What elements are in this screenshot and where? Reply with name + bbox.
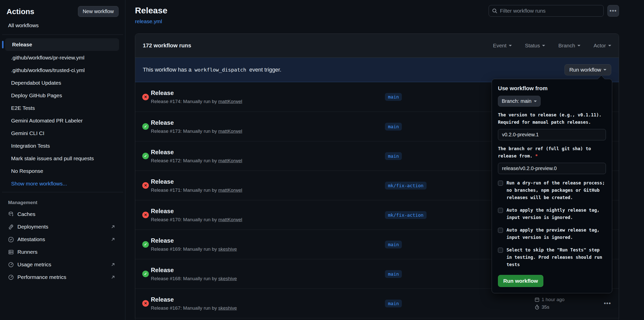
actor-link[interactable]: skeshive <box>218 246 237 252</box>
filter-actor[interactable]: Actor <box>594 43 611 49</box>
branch-select-button[interactable]: Branch: main <box>498 96 541 107</box>
ref-input[interactable] <box>498 163 606 174</box>
dialog-checkbox-row[interactable]: Auto apply the nightly release tag, inpu… <box>498 207 606 221</box>
sidebar-title: Actions <box>7 7 34 16</box>
sidebar-item-workflow[interactable]: E2E Tests <box>3 102 122 114</box>
actions-page: Actions New workflow All workflows Relea… <box>0 0 644 320</box>
workflow-options-kebab-button[interactable]: ••• <box>607 5 619 17</box>
branch-badge[interactable]: mk/fix-action <box>385 211 427 219</box>
page-header: Release release.yml ••• <box>135 0 619 34</box>
dialog-checkbox-row[interactable]: Select to skip the "Run Tests" step in t… <box>498 246 606 268</box>
run-title-link[interactable]: Release <box>151 237 237 244</box>
search-icon <box>492 8 497 14</box>
actor-link[interactable]: mattKorwel <box>218 99 242 104</box>
chevron-down-icon <box>577 45 580 48</box>
branch-badge[interactable]: main <box>385 152 402 160</box>
run-title-link[interactable]: Release <box>151 119 242 126</box>
run-title-link[interactable]: Release <box>151 149 242 156</box>
sidebar-item-workflow[interactable]: .github/workflows/pr-review.yml <box>3 51 122 64</box>
chevron-down-icon <box>534 101 537 104</box>
success-status-icon: ✓ <box>142 241 149 248</box>
success-status-icon: ✓ <box>142 271 149 277</box>
success-status-icon: ✓ <box>142 123 149 130</box>
run-description: Release #172: Manually run by mattKorwel <box>151 158 242 164</box>
sidebar-item-usage-metrics[interactable]: Usage metrics <box>0 258 125 271</box>
management-item-label: Deployments <box>17 224 107 230</box>
run-description: Release #173: Manually run by mattKorwel <box>151 129 242 134</box>
sidebar-item-caches[interactable]: Caches <box>0 208 125 220</box>
branch-badge[interactable]: main <box>385 93 402 101</box>
sidebar-item-workflow[interactable]: Gemini CLI CI <box>3 127 122 140</box>
run-options-kebab-button[interactable]: ••• <box>604 300 611 307</box>
checkbox-label: Auto apply the preview release tag, inpu… <box>507 227 606 241</box>
management-item-label: Runners <box>17 249 119 255</box>
management-section-title: Management <box>0 193 125 208</box>
version-input[interactable] <box>498 129 606 140</box>
sidebar-item-workflow[interactable]: Show more workflows... <box>3 177 122 190</box>
actor-link[interactable]: skeshive <box>218 305 237 311</box>
workflow-file-link[interactable]: release.yml <box>135 18 162 24</box>
management-item-label: Usage metrics <box>17 262 107 268</box>
sidebar-item-workflow[interactable]: .github/workflows/trusted-ci.yml <box>3 64 122 77</box>
run-workflow-dropdown-button[interactable]: Run workflow <box>565 64 611 75</box>
filter-event[interactable]: Event <box>493 43 512 49</box>
branch-badge[interactable]: main <box>385 300 402 307</box>
branch-badge[interactable]: main <box>385 123 402 131</box>
actor-link[interactable]: skeshive <box>218 276 237 281</box>
meter-icon <box>8 262 14 268</box>
filter-branch[interactable]: Branch <box>558 43 580 49</box>
cache-icon <box>8 211 14 217</box>
sidebar-item-deployments[interactable]: Deployments <box>0 220 125 233</box>
external-link-icon <box>110 275 116 280</box>
dialog-checkbox[interactable] <box>498 181 503 186</box>
run-title-link[interactable]: Release <box>151 208 242 215</box>
sidebar-item-workflow[interactable]: Dependabot Updates <box>3 77 122 89</box>
sidebar-item-workflow[interactable]: No Response <box>3 165 122 177</box>
filter-workflow-runs-input[interactable] <box>500 8 600 14</box>
rocket-icon <box>8 224 14 230</box>
new-workflow-button[interactable]: New workflow <box>78 6 119 17</box>
checkbox-label: Select to skip the "Run Tests" step in t… <box>507 246 606 268</box>
branch-badge[interactable]: mk/fix-action <box>385 182 427 189</box>
branch-badge[interactable]: main <box>385 241 402 248</box>
selected-accent-bar <box>2 41 4 48</box>
run-title-link[interactable]: Release <box>151 178 242 185</box>
dialog-checkbox[interactable] <box>498 248 503 253</box>
filter-status[interactable]: Status <box>525 43 545 49</box>
sidebar-item-workflow[interactable]: Integration Tests <box>3 140 122 152</box>
run-title-link[interactable]: Release <box>151 267 237 274</box>
partial-run-row <box>135 318 619 320</box>
dialog-checkbox[interactable] <box>498 228 503 233</box>
management-list: CachesDeploymentsAttestationsRunnersUsag… <box>0 208 125 283</box>
sidebar-item-workflow[interactable]: Gemini Automated PR Labeler <box>3 114 122 127</box>
actor-link[interactable]: mattKorwel <box>218 129 242 134</box>
workflow-list: Release.github/workflows/pr-review.yml.g… <box>0 36 125 191</box>
sidebar-item-workflow[interactable]: Release <box>5 38 119 51</box>
actor-link[interactable]: mattKorwel <box>218 187 242 193</box>
actor-link[interactable]: mattKorwel <box>218 217 242 222</box>
actor-link[interactable]: mattKorwel <box>218 158 242 163</box>
run-title-link[interactable]: Release <box>151 296 237 303</box>
dialog-checkbox[interactable] <box>498 208 503 213</box>
ref-input-description: The branch or ref (full git sha) to rele… <box>498 145 606 160</box>
dispatch-banner-text: This workflow has a workflow_dispatch ev… <box>143 67 281 73</box>
dialog-checkbox-row[interactable]: Run a dry-run of the release process; no… <box>498 179 606 201</box>
run-description: Release #167: Manually run by skeshive <box>151 305 237 311</box>
sidebar-item-attestations[interactable]: Attestations <box>0 233 125 246</box>
sidebar-item-all-workflows[interactable]: All workflows <box>0 17 125 34</box>
sidebar-item-performance-metrics[interactable]: Performance metrics <box>0 271 125 283</box>
chevron-down-icon <box>608 45 611 48</box>
dialog-checkbox-row[interactable]: Auto apply the preview release tag, inpu… <box>498 227 606 241</box>
sidebar-item-workflow[interactable]: Deploy GitHub Pages <box>3 89 122 102</box>
external-link-icon <box>110 262 116 267</box>
server-icon <box>8 249 14 255</box>
run-title-link[interactable]: Release <box>151 89 242 97</box>
run-workflow-submit-button[interactable]: Run workflow <box>498 275 543 287</box>
sidebar-item-runners[interactable]: Runners <box>0 246 125 258</box>
sidebar-item-workflow[interactable]: Mark stale issues and pull requests <box>3 152 122 165</box>
filter-workflow-runs-box[interactable] <box>489 5 604 17</box>
run-description: Release #170: Manually run by mattKorwel <box>151 217 242 222</box>
branch-badge[interactable]: main <box>385 270 402 278</box>
failure-status-icon: ✕ <box>142 182 149 189</box>
failure-status-icon: ✕ <box>142 212 149 218</box>
